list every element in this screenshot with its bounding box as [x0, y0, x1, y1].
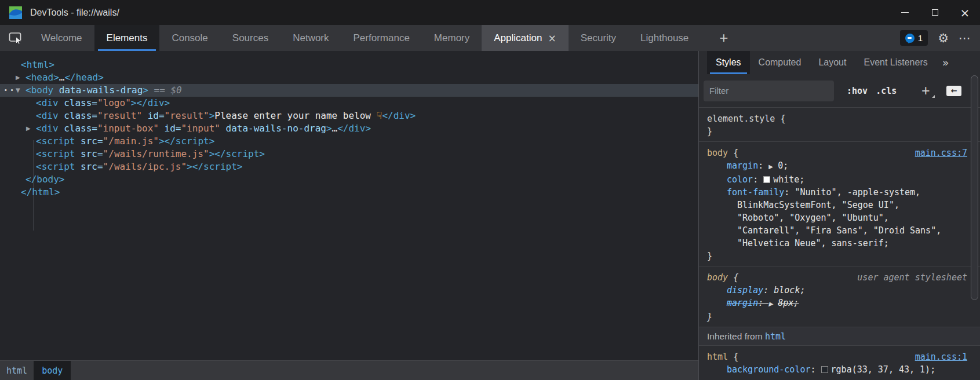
- settings-gear-icon[interactable]: ⚙: [938, 31, 949, 45]
- tab-lighthouse[interactable]: Lighthouse: [628, 25, 701, 51]
- stylesheet-link[interactable]: main.css:7: [915, 147, 967, 159]
- property-value-wrap: "Helvetica Neue", sans-serif;: [707, 237, 972, 250]
- property-name[interactable]: display: [727, 285, 763, 295]
- dom-token-tag: <body: [25, 85, 53, 96]
- dom-token-attr: id=: [159, 123, 181, 134]
- dom-tree-row-4[interactable]: <div class="result" id="result">Please e…: [0, 109, 698, 122]
- styles-filter-input[interactable]: [704, 81, 834, 101]
- rule-selector[interactable]: body: [707, 147, 728, 159]
- dom-tree-row-2[interactable]: ···▼<body data-wails-drag> == $0: [0, 84, 698, 97]
- color-swatch[interactable]: [821, 366, 828, 373]
- more-sidebar-tabs-icon[interactable]: »: [942, 51, 949, 74]
- dom-tree-row-7[interactable]: <script src="/wails/runtime.js"></script…: [0, 148, 698, 160]
- dom-tree-row-1[interactable]: ▶<head>…</head>: [0, 71, 698, 84]
- property-name[interactable]: font-family: [727, 187, 784, 198]
- expand-value-arrow-icon[interactable]: ▶: [768, 160, 778, 173]
- dom-token-meta: == $0: [148, 85, 182, 96]
- customize-menu-icon[interactable]: ⋯: [959, 31, 971, 45]
- styles-toolbar: :hov .cls + ←: [699, 74, 980, 108]
- css-property-row: color: white;: [707, 173, 972, 186]
- dom-token-txt: …: [59, 72, 65, 83]
- dom-tree-row-6[interactable]: <script src="/main.js"></script>: [0, 135, 698, 148]
- rule-selector[interactable]: html: [707, 350, 728, 363]
- property-name[interactable]: color: [727, 174, 753, 185]
- plus-icon: +: [719, 29, 728, 47]
- tab-label: Performance: [354, 32, 410, 44]
- dom-tree-row-8[interactable]: <script src="/wails/ipc.js"></script>: [0, 160, 698, 173]
- user-agent-note: user agent stylesheet: [857, 271, 967, 284]
- dom-token-val: "input-box": [97, 123, 159, 134]
- style-rule-1: body {main.css:7margin: ▶0;color: white;…: [699, 142, 980, 266]
- property-name[interactable]: margin: [727, 298, 758, 308]
- css-property-row: margin: ▶8px;: [707, 297, 972, 310]
- minimize-button[interactable]: [890, 0, 920, 25]
- box-arrow-left-icon[interactable]: ←: [946, 86, 961, 96]
- css-property-row: font-family: "Nunito", -apple-system,: [707, 186, 972, 199]
- dom-token-attr: src=: [75, 161, 103, 172]
- collapse-arrow-icon[interactable]: ▼: [16, 84, 20, 97]
- more-tools-button[interactable]: +: [711, 25, 736, 51]
- tab-application[interactable]: Application×: [482, 25, 568, 51]
- open-brace: {: [775, 112, 785, 125]
- inspect-element-button[interactable]: [2, 25, 29, 51]
- dom-token-val: "logo": [97, 97, 131, 108]
- expand-value-arrow-icon[interactable]: ▶: [768, 298, 778, 310]
- dom-tree-row-0[interactable]: <html>: [0, 59, 698, 71]
- tab-sources[interactable]: Sources: [220, 25, 280, 51]
- dom-tree[interactable]: <html>▶<head>…</head>···▼<body data-wail…: [0, 51, 698, 360]
- tab-label: Network: [293, 32, 329, 44]
- dom-tree-row-3[interactable]: <div class="logo"></div>: [0, 97, 698, 109]
- property-name[interactable]: background-color: [727, 364, 811, 375]
- rule-selector[interactable]: element.style: [707, 112, 775, 125]
- rule-header: body {user agent stylesheet: [707, 271, 972, 284]
- tab-performance[interactable]: Performance: [341, 25, 422, 51]
- breadcrumb-item-body[interactable]: body: [34, 361, 71, 380]
- sidebar-tab-computed[interactable]: Computed: [750, 51, 810, 74]
- tab-security[interactable]: Security: [569, 25, 628, 51]
- css-property-row: margin: ▶0;: [707, 159, 972, 173]
- dom-token-val: "/main.js": [103, 136, 159, 147]
- tab-elements[interactable]: Elements: [94, 25, 160, 51]
- expand-arrow-icon[interactable]: ▶: [26, 122, 31, 135]
- stylesheet-link[interactable]: main.css:1: [915, 350, 967, 363]
- toggle-element-state-button[interactable]: :hov: [847, 86, 868, 96]
- sidebar-tab-styles[interactable]: Styles: [707, 51, 750, 74]
- close-button[interactable]: ×: [950, 0, 980, 25]
- sidebar-tab-layout[interactable]: Layout: [810, 51, 855, 74]
- dom-tree-row-5[interactable]: ▶<div class="input-box" id="input" data-…: [0, 122, 698, 135]
- close-icon: ×: [960, 7, 970, 19]
- new-style-rule-button[interactable]: +: [919, 82, 932, 99]
- issues-bubble-icon: [905, 34, 915, 43]
- styles-scrollbar-thumb[interactable]: [971, 75, 978, 300]
- dom-tree-row-9[interactable]: </body>: [0, 173, 698, 186]
- dom-tree-row-10[interactable]: </html>: [0, 186, 698, 199]
- dom-breadcrumb-bar: htmlbody: [0, 360, 698, 380]
- point-down-emoji: ☟: [377, 110, 382, 121]
- tab-welcome[interactable]: Welcome: [29, 25, 94, 51]
- devtools-main: <html>▶<head>…</head>···▼<body data-wail…: [0, 51, 980, 380]
- sidebar-tab-event-listeners[interactable]: Event Listeners: [855, 51, 936, 74]
- dom-token-tag: script>: [176, 136, 214, 147]
- style-rule-4: html {main.css:1background-color: rgba(3…: [699, 346, 980, 380]
- property-name[interactable]: margin: [727, 160, 758, 171]
- devtools-app-icon: [9, 6, 22, 19]
- expand-arrow-icon[interactable]: ▶: [16, 71, 20, 84]
- dom-token-attr: class=: [59, 123, 97, 134]
- devtools-tabbar: WelcomeElementsConsoleSourcesNetworkPerf…: [0, 25, 980, 51]
- maximize-button[interactable]: [920, 0, 950, 25]
- dom-token-tag: >: [326, 123, 332, 134]
- tab-memory[interactable]: Memory: [422, 25, 482, 51]
- dom-token-tag: ></div>: [131, 97, 170, 108]
- rule-selector[interactable]: body: [707, 271, 728, 284]
- band-node-link[interactable]: html: [765, 331, 786, 342]
- element-classes-button[interactable]: .cls: [876, 86, 897, 96]
- tab-network[interactable]: Network: [280, 25, 341, 51]
- color-swatch[interactable]: [763, 176, 770, 183]
- breadcrumb-item-html[interactable]: html: [0, 361, 34, 380]
- maximize-icon: [932, 9, 938, 16]
- dom-token-attr: class=: [59, 110, 97, 121]
- tab-console[interactable]: Console: [159, 25, 220, 51]
- tab-close-icon[interactable]: ×: [548, 32, 556, 44]
- dom-token-tag: ></: [159, 136, 176, 147]
- issues-counter-button[interactable]: 1: [900, 30, 928, 46]
